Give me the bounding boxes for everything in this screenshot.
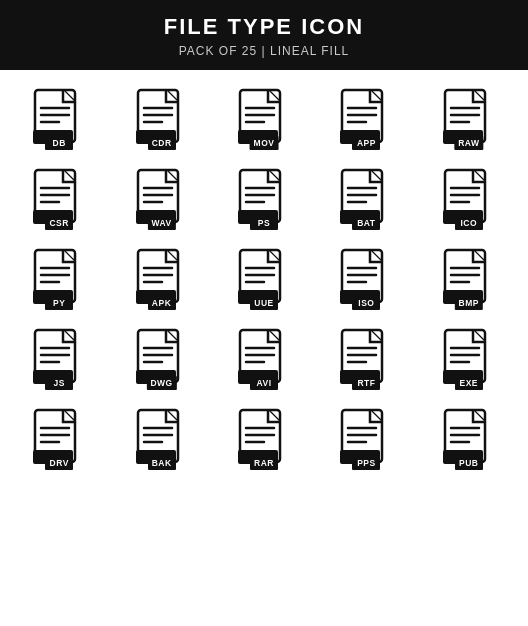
file-icon-ico: ICO (441, 168, 497, 232)
icon-cell-rar: RAR (213, 400, 315, 480)
file-label-apk: APK (148, 296, 176, 310)
file-icon-cdr: CDR (134, 88, 190, 152)
icon-cell-pps: PPS (315, 400, 417, 480)
file-label-py: PY (45, 296, 73, 310)
icons-grid: DB CDR MOV (0, 70, 528, 490)
file-icon-pps: PPS (338, 408, 394, 472)
file-label-bat: BAT (352, 216, 380, 230)
icon-cell-raw: RAW (418, 80, 520, 160)
file-icon-pub: PUB (441, 408, 497, 472)
file-label-js: JS (45, 376, 73, 390)
icon-cell-csr: CSR (8, 160, 110, 240)
icon-cell-drv: DRV (8, 400, 110, 480)
file-label-bmp: BMP (455, 296, 483, 310)
file-label-bak: BAK (148, 456, 176, 470)
file-label-cdr: CDR (148, 136, 176, 150)
header-subtitle: PACK OF 25 | LINEAL FILL (10, 44, 518, 58)
icon-cell-avi: AVI (213, 320, 315, 400)
icon-cell-dwg: DWG (110, 320, 212, 400)
file-icon-ps: PS (236, 168, 292, 232)
icon-cell-bmp: BMP (418, 240, 520, 320)
file-label-pps: PPS (352, 456, 380, 470)
icon-cell-app: APP (315, 80, 417, 160)
icon-cell-iso: ISO (315, 240, 417, 320)
file-icon-exe: EXE (441, 328, 497, 392)
file-label-db: DB (45, 136, 73, 150)
icon-cell-uue: UUE (213, 240, 315, 320)
file-label-drv: DRV (45, 456, 73, 470)
header: FILE TYPE ICON PACK OF 25 | LINEAL FILL (0, 0, 528, 70)
file-label-rar: RAR (250, 456, 278, 470)
file-label-wav: WAV (147, 216, 175, 230)
file-label-pub: PUB (455, 456, 483, 470)
file-label-mov: MOV (250, 136, 279, 150)
file-label-exe: EXE (455, 376, 483, 390)
file-icon-bat: BAT (338, 168, 394, 232)
file-label-dwg: DWG (146, 376, 176, 390)
file-icon-mov: MOV (236, 88, 292, 152)
icon-cell-exe: EXE (418, 320, 520, 400)
icon-cell-mov: MOV (213, 80, 315, 160)
file-icon-apk: APK (134, 248, 190, 312)
icon-cell-js: JS (8, 320, 110, 400)
file-icon-iso: ISO (338, 248, 394, 312)
icon-cell-ico: ICO (418, 160, 520, 240)
icon-cell-wav: WAV (110, 160, 212, 240)
file-icon-db: DB (31, 88, 87, 152)
file-icon-rar: RAR (236, 408, 292, 472)
file-icon-wav: WAV (134, 168, 190, 232)
header-title: FILE TYPE ICON (10, 14, 518, 40)
file-label-iso: ISO (352, 296, 380, 310)
file-icon-csr: CSR (31, 168, 87, 232)
file-label-ico: ICO (455, 216, 483, 230)
file-icon-rtf: RTF (338, 328, 394, 392)
file-label-ps: PS (250, 216, 278, 230)
icon-cell-py: PY (8, 240, 110, 320)
file-label-app: APP (352, 136, 380, 150)
file-label-uue: UUE (250, 296, 278, 310)
file-icon-avi: AVI (236, 328, 292, 392)
file-label-rtf: RTF (352, 376, 380, 390)
icon-cell-ps: PS (213, 160, 315, 240)
file-icon-drv: DRV (31, 408, 87, 472)
icon-cell-pub: PUB (418, 400, 520, 480)
file-label-csr: CSR (45, 216, 73, 230)
icon-cell-rtf: RTF (315, 320, 417, 400)
file-icon-bmp: BMP (441, 248, 497, 312)
icon-cell-apk: APK (110, 240, 212, 320)
file-icon-dwg: DWG (134, 328, 190, 392)
file-icon-app: APP (338, 88, 394, 152)
icon-cell-bat: BAT (315, 160, 417, 240)
file-icon-raw: RAW (441, 88, 497, 152)
file-label-raw: RAW (454, 136, 483, 150)
file-icon-js: JS (31, 328, 87, 392)
icon-cell-db: DB (8, 80, 110, 160)
file-icon-py: PY (31, 248, 87, 312)
file-icon-uue: UUE (236, 248, 292, 312)
icon-cell-cdr: CDR (110, 80, 212, 160)
file-icon-bak: BAK (134, 408, 190, 472)
file-label-avi: AVI (250, 376, 278, 390)
icon-cell-bak: BAK (110, 400, 212, 480)
